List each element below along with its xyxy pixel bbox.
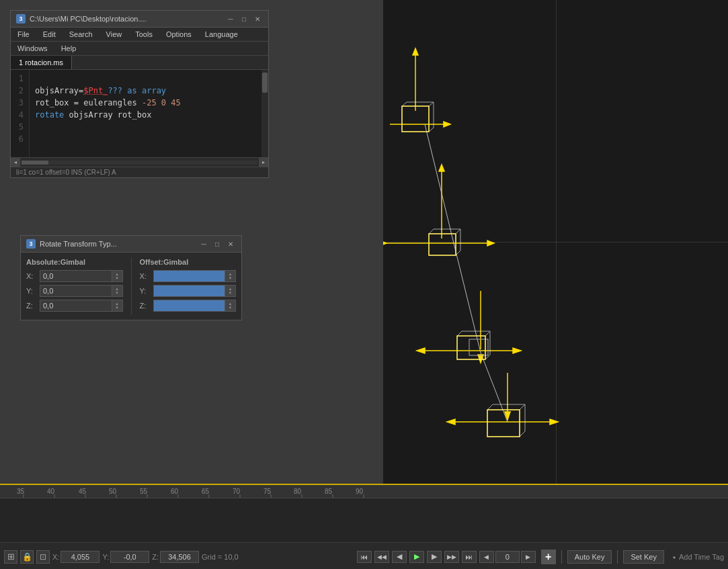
frame-step-back[interactable]: ◀ (479, 551, 494, 563)
scroll-right-button[interactable]: ▸ (259, 158, 268, 167)
menu-search[interactable]: Search (65, 29, 97, 40)
add-time-tag-label[interactable]: Add Time Tag (679, 553, 724, 561)
separator-2 (617, 550, 618, 564)
svg-rect-45 (487, 410, 520, 437)
play-button[interactable]: ▶ (409, 551, 424, 563)
svg-text:40: 40 (47, 488, 55, 495)
auto-key-button[interactable]: Auto Key (567, 550, 612, 564)
transform-titlebar: 3 Rotate Transform Typ... ─ □ ✕ (21, 236, 241, 253)
scroll-left-button[interactable]: ◂ (11, 158, 20, 167)
transform-window-controls: ─ □ ✕ (198, 238, 236, 249)
next-frame-button[interactable]: ▶ (427, 551, 442, 563)
absolute-x-input[interactable] (40, 270, 112, 282)
menu-bar-2: Windows Help (11, 42, 268, 56)
menu-language[interactable]: Language (201, 29, 242, 40)
svg-text:55: 55 (140, 488, 148, 495)
menu-options[interactable]: Options (162, 29, 196, 40)
prev-start-button[interactable]: ⏮ (357, 551, 372, 563)
menu-tools[interactable]: Tools (131, 29, 157, 40)
transform-icon: 3 (26, 239, 36, 249)
svg-line-47 (520, 404, 525, 410)
y-coord-label: Y: (102, 553, 109, 561)
offset-z-spinner[interactable]: ▲ ▼ (225, 300, 236, 312)
offset-x-spinner[interactable]: ▲ ▼ (225, 270, 236, 282)
offset-label: Offset:Gimbal (140, 258, 237, 266)
absolute-z-input[interactable] (40, 300, 112, 312)
timeline-tracks[interactable] (0, 498, 728, 542)
h-scroll-track[interactable] (22, 161, 257, 165)
absolute-y-spinner[interactable]: ▲ ▼ (112, 285, 123, 297)
y-coord-group: Y: -0,0 (102, 551, 149, 563)
offset-y-spinner[interactable]: ▲ ▼ (225, 285, 236, 297)
timeline-wrapper: 35 40 45 50 55 60 65 70 75 80 (0, 484, 728, 569)
add-time-tag-section: ⬥ Add Time Tag (672, 553, 724, 561)
svg-line-41 (485, 331, 490, 336)
window-title: C:\Users\Mi PC\Desktop\rotacion.... (30, 15, 147, 23)
svg-text:90: 90 (356, 488, 364, 495)
menu-help[interactable]: Help (57, 43, 81, 54)
code-line-6 (35, 133, 256, 145)
svg-marker-19 (417, 348, 425, 353)
grid-button[interactable]: ⊡ (36, 550, 50, 564)
svg-line-29 (429, 102, 434, 106)
x-coord-group: X: 4,055 (52, 551, 99, 563)
next-end-button[interactable]: ⏭ (462, 551, 477, 563)
offset-z-row: Z: ▲ ▼ (140, 300, 237, 312)
minimize-button[interactable]: ─ (225, 13, 236, 24)
absolute-z-spinner[interactable]: ▲ ▼ (112, 300, 123, 312)
prev-frame-button[interactable]: ◀ (392, 551, 407, 563)
menu-file[interactable]: File (13, 29, 34, 40)
code-editor-window: 3 C:\Users\Mi PC\Desktop\rotacion.... ─ … (10, 10, 269, 178)
z-coord-label: Z: (152, 553, 159, 561)
snap-toggle-button[interactable]: ⊞ (4, 550, 17, 564)
offset-x-row: X: ▲ ▼ (140, 270, 237, 282)
transform-minimize-button[interactable]: ─ (198, 238, 209, 249)
next-key-button[interactable]: ▶▶ (444, 551, 459, 563)
frame-input[interactable] (495, 551, 520, 563)
y-coord-value: -0,0 (110, 551, 149, 563)
line-numbers: 1 2 3 4 5 6 (11, 70, 30, 157)
h-scroll-area: ◂ ▸ (11, 157, 268, 167)
svg-text:85: 85 (325, 488, 333, 495)
lock-button[interactable]: 🔒 (20, 550, 34, 564)
svg-text:65: 65 (202, 488, 210, 495)
timeline-controls: ⊞ 🔒 ⊡ X: 4,055 Y: -0,0 Z: 34,506 Grid = … (0, 542, 728, 569)
transform-body: Absolute:Gimbal X: ▲ ▼ Y: ▲ ▼ Z: (21, 253, 241, 320)
svg-line-46 (487, 404, 493, 410)
menu-edit[interactable]: Edit (39, 29, 60, 40)
tab-rotacion-ms[interactable]: 1 rotacion.ms (11, 56, 72, 69)
x-coord-label: X: (52, 553, 59, 561)
scroll-thumb (262, 73, 268, 93)
transform-close-button[interactable]: ✕ (225, 238, 236, 249)
svg-rect-23 (487, 410, 520, 437)
offset-y-input[interactable] (153, 285, 226, 297)
code-scrollbar[interactable] (261, 70, 268, 157)
close-button[interactable]: ✕ (252, 13, 263, 24)
transform-restore-button[interactable]: □ (212, 238, 223, 249)
prev-key-button[interactable]: ◀◀ (374, 551, 389, 563)
frame-step-fwd[interactable]: ▶ (521, 551, 536, 563)
code-content[interactable]: objsArray=$Pnt_??? as array rot_box = eu… (30, 70, 261, 157)
transform-title: Rotate Transform Typ... (40, 240, 117, 248)
x-coord-value: 4,055 (60, 551, 99, 563)
absolute-y-input[interactable] (40, 285, 112, 297)
restore-button[interactable]: □ (239, 13, 249, 24)
svg-line-28 (402, 102, 407, 106)
grid-info: Grid = 10,0 (202, 553, 239, 561)
separator-1 (561, 550, 562, 564)
svg-marker-11 (439, 165, 444, 171)
window-controls: ─ □ ✕ (225, 13, 263, 24)
offset-x-input[interactable] (153, 270, 226, 282)
menu-windows[interactable]: Windows (13, 43, 52, 54)
offset-z-input[interactable] (153, 300, 226, 312)
menu-view[interactable]: View (102, 29, 126, 40)
plus-button[interactable]: + (541, 550, 556, 564)
menu-bar: File Edit Search View Tools Options Lang… (11, 28, 268, 42)
timeline-ruler[interactable]: 35 40 45 50 55 60 65 70 75 80 (0, 485, 728, 498)
svg-line-34 (429, 229, 434, 234)
absolute-x-spinner[interactable]: ▲ ▼ (112, 270, 123, 282)
code-editor-titlebar: 3 C:\Users\Mi PC\Desktop\rotacion.... ─ … (11, 11, 268, 28)
viewport-3d[interactable] (383, 0, 728, 484)
transform-window: 3 Rotate Transform Typ... ─ □ ✕ Absolute… (20, 235, 242, 320)
set-key-button[interactable]: Set Key (623, 550, 664, 564)
